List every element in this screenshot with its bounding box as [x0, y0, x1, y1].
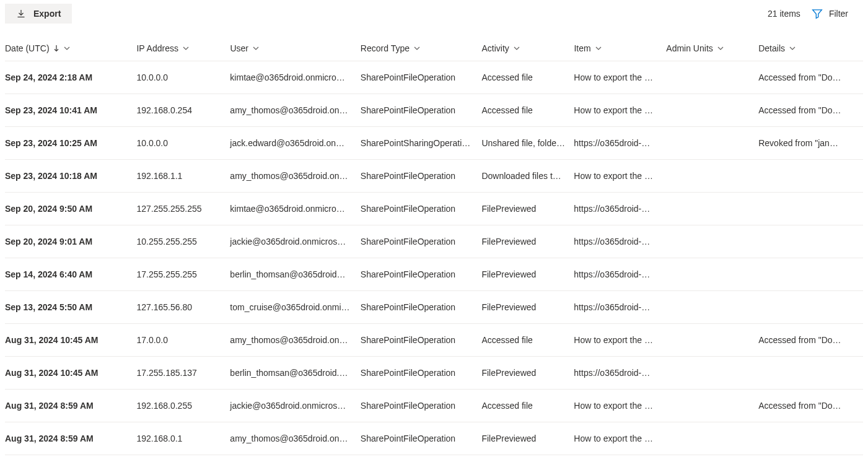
- cell-activity: FilePreviewed: [481, 434, 574, 443]
- cell-activity: Accessed file: [481, 105, 574, 115]
- cell-date: Aug 31, 2024 10:45 AM: [5, 335, 136, 345]
- chevron-down-icon: [513, 45, 520, 52]
- column-header-activity[interactable]: Activity: [481, 43, 574, 53]
- cell-record: SharePointFileOperation: [361, 105, 482, 115]
- table-row[interactable]: Aug 31, 2024 8:59 AM192.168.0.255jackie@…: [5, 390, 863, 422]
- item-count: 21 items: [768, 9, 800, 19]
- cell-ip: 127.165.56.80: [136, 302, 230, 312]
- cell-user: kimtae@o365droid.onmicro…: [230, 72, 360, 82]
- cell-item: https://o365droid-…: [574, 138, 666, 148]
- cell-user: amy_thomos@o365droid.on…: [230, 171, 360, 181]
- cell-date: Aug 31, 2024 10:45 AM: [5, 368, 136, 378]
- cell-user: berlin_thomsan@o365droid.…: [230, 368, 360, 378]
- table-row[interactable]: Aug 31, 2024 10:45 AM17.255.185.137berli…: [5, 357, 863, 390]
- table-row[interactable]: Sep 14, 2024 6:40 AM17.255.255.255berlin…: [5, 258, 863, 291]
- cell-date: Sep 24, 2024 2:18 AM: [5, 72, 136, 82]
- column-label: Date (UTC): [5, 43, 50, 53]
- cell-user: kimtae@o365droid.onmicro…: [230, 204, 360, 214]
- cell-record: SharePointSharingOperati…: [361, 138, 482, 148]
- cell-item: https://o365droid-…: [574, 237, 666, 246]
- column-label: Admin Units: [666, 43, 712, 53]
- cell-record: SharePointFileOperation: [361, 237, 482, 246]
- table-row[interactable]: Aug 31, 2024 10:45 AM17.0.0.0amy_thomos@…: [5, 324, 863, 357]
- cell-ip: 10.0.0.0: [136, 138, 230, 148]
- cell-date: Sep 20, 2024 9:01 AM: [5, 237, 136, 246]
- column-label: IP Address: [136, 43, 178, 53]
- table-row[interactable]: Aug 31, 2024 8:59 AM192.168.0.1amy_thomo…: [5, 422, 863, 455]
- table-header-row: Date (UTC) IP Address User Record Type A…: [5, 36, 863, 61]
- cell-date: Sep 14, 2024 6:40 AM: [5, 269, 136, 279]
- cell-user: jackie@o365droid.onmicros…: [230, 401, 360, 411]
- cell-activity: Accessed file: [481, 335, 574, 345]
- cell-date: Sep 20, 2024 9:50 AM: [5, 204, 136, 214]
- audit-table: Date (UTC) IP Address User Record Type A…: [5, 36, 863, 455]
- chevron-down-icon: [182, 45, 190, 52]
- cell-user: jack.edward@o365droid.on…: [230, 138, 360, 148]
- cell-item: How to export the …: [574, 105, 666, 115]
- cell-ip: 17.0.0.0: [136, 335, 230, 345]
- cell-record: SharePointFileOperation: [361, 269, 482, 279]
- cell-item: https://o365droid-…: [574, 204, 666, 214]
- cell-details: Revoked from "jan…: [758, 138, 863, 148]
- column-label: User: [230, 43, 248, 53]
- cell-date: Aug 31, 2024 8:59 AM: [5, 401, 136, 411]
- table-row[interactable]: Sep 23, 2024 10:25 AM10.0.0.0jack.edward…: [5, 127, 863, 160]
- cell-record: SharePointFileOperation: [361, 434, 482, 443]
- column-header-record-type[interactable]: Record Type: [361, 43, 482, 53]
- cell-record: SharePointFileOperation: [361, 302, 482, 312]
- cell-record: SharePointFileOperation: [361, 401, 482, 411]
- column-label: Details: [758, 43, 785, 53]
- chevron-down-icon: [595, 45, 602, 52]
- toolbar: Export 21 items Filter: [5, 4, 863, 24]
- column-label: Record Type: [361, 43, 410, 53]
- cell-user: amy_thomos@o365droid.on…: [230, 335, 360, 345]
- chevron-down-icon: [717, 45, 724, 52]
- column-header-details[interactable]: Details: [758, 43, 863, 53]
- cell-date: Sep 23, 2024 10:41 AM: [5, 105, 136, 115]
- table-row[interactable]: Sep 20, 2024 9:50 AM127.255.255.255kimta…: [5, 193, 863, 225]
- cell-item: How to export the …: [574, 171, 666, 181]
- column-header-ip[interactable]: IP Address: [136, 43, 230, 53]
- table-row[interactable]: Sep 13, 2024 5:50 AM127.165.56.80tom_cru…: [5, 291, 863, 324]
- cell-item: https://o365droid-…: [574, 269, 666, 279]
- column-label: Activity: [481, 43, 509, 53]
- cell-date: Aug 31, 2024 8:59 AM: [5, 434, 136, 443]
- cell-activity: FilePreviewed: [481, 237, 574, 246]
- cell-ip: 127.255.255.255: [136, 204, 230, 214]
- cell-user: amy_thomos@o365droid.on…: [230, 105, 360, 115]
- column-header-item[interactable]: Item: [574, 43, 666, 53]
- cell-activity: Accessed file: [481, 401, 574, 411]
- cell-activity: FilePreviewed: [481, 204, 574, 214]
- cell-item: How to export the …: [574, 401, 666, 411]
- table-row[interactable]: Sep 23, 2024 10:18 AM192.168.1.1amy_thom…: [5, 160, 863, 193]
- cell-user: amy_thomos@o365droid.on…: [230, 434, 360, 443]
- column-header-user[interactable]: User: [230, 43, 360, 53]
- cell-details: Accessed from "Do…: [758, 72, 863, 82]
- column-header-admin-units[interactable]: Admin Units: [666, 43, 758, 53]
- cell-ip: 192.168.0.255: [136, 401, 230, 411]
- export-button[interactable]: Export: [5, 4, 72, 24]
- cell-user: tom_cruise@o365droid.onmi…: [230, 302, 360, 312]
- column-header-date[interactable]: Date (UTC): [5, 43, 136, 53]
- cell-activity: Downloaded files t…: [481, 171, 574, 181]
- cell-record: SharePointFileOperation: [361, 368, 482, 378]
- cell-activity: Accessed file: [481, 72, 574, 82]
- cell-record: SharePointFileOperation: [361, 171, 482, 181]
- table-row[interactable]: Sep 20, 2024 9:01 AM10.255.255.255jackie…: [5, 225, 863, 258]
- cell-date: Sep 23, 2024 10:25 AM: [5, 138, 136, 148]
- download-icon: [16, 9, 26, 19]
- cell-ip: 10.0.0.0: [136, 72, 230, 82]
- cell-details: Accessed from "Do…: [758, 105, 863, 115]
- cell-activity: FilePreviewed: [481, 368, 574, 378]
- cell-user: berlin_thomsan@o365droid…: [230, 269, 360, 279]
- table-row[interactable]: Sep 23, 2024 10:41 AM192.168.0.254amy_th…: [5, 94, 863, 127]
- cell-ip: 10.255.255.255: [136, 237, 230, 246]
- table-body: Sep 24, 2024 2:18 AM10.0.0.0kimtae@o365d…: [5, 61, 863, 455]
- table-row[interactable]: Sep 24, 2024 2:18 AM10.0.0.0kimtae@o365d…: [5, 61, 863, 94]
- filter-button[interactable]: Filter: [812, 8, 848, 19]
- cell-item: How to export the …: [574, 335, 666, 345]
- cell-details: Accessed from "Do…: [758, 401, 863, 411]
- cell-record: SharePointFileOperation: [361, 72, 482, 82]
- cell-ip: 192.168.1.1: [136, 171, 230, 181]
- cell-item: https://o365droid-…: [574, 302, 666, 312]
